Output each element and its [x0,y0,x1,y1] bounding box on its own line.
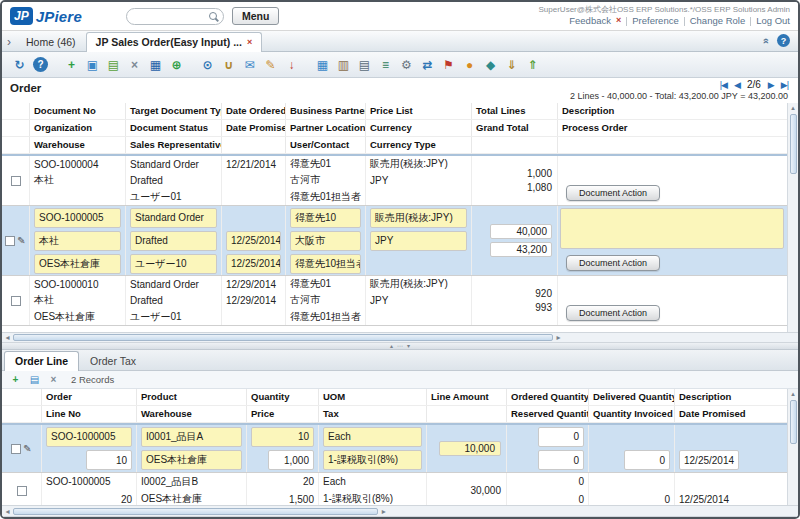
description-cell[interactable] [560,208,784,249]
new-record-icon[interactable]: + [62,55,81,74]
global-search[interactable] [126,8,224,25]
requery-icon[interactable]: ↻ [10,55,29,74]
save-create-icon[interactable]: ⊕ [167,55,186,74]
horizontal-scrollbar-thumb[interactable] [13,508,378,515]
active-workflows-icon[interactable]: ⚑ [439,55,458,74]
feedback-close-icon[interactable]: × [616,15,621,27]
help-icon[interactable]: ? [33,57,48,72]
scroll-right-icon[interactable]: ▸ [379,507,388,516]
cell-value[interactable]: 得意先10 [290,208,361,228]
order-record[interactable]: SOO-1000010本社OES本社倉庫Standard OrderDrafte… [2,276,787,326]
expand-sidebar-icon[interactable]: › [7,35,11,49]
tab-order-line[interactable]: Order Line [4,351,79,371]
find-icon[interactable]: ⊙ [198,55,217,74]
scroll-left-icon[interactable]: ◂ [3,507,12,516]
link-feedback[interactable]: Feedback [569,15,611,27]
first-record-icon[interactable]: |◀ [720,80,727,90]
vertical-scrollbar-thumb[interactable] [790,400,797,444]
cell-value[interactable]: JPY [370,231,467,251]
cell-value[interactable]: Each [323,427,422,447]
print-icon[interactable]: ▤ [355,55,374,74]
scroll-left-icon[interactable]: ◂ [3,333,12,342]
zoom-across-icon[interactable]: ⇄ [418,55,437,74]
delete-line-icon[interactable]: × [46,372,61,387]
cell-value[interactable]: 10 [251,427,314,447]
cell-value[interactable]: SOO-1000005 [34,208,121,228]
panel-splitter[interactable]: ▴ ⋯ ▾ [2,343,798,350]
window-help-icon[interactable]: ? [777,34,790,47]
cell-value[interactable]: 1-課税取引(8%) [323,450,422,470]
cell-value[interactable]: OES本社倉庫 [141,450,242,470]
detail-record-icon[interactable]: ↓ [282,55,301,74]
cell-value[interactable]: Drafted [130,231,217,251]
workflow-icon[interactable]: ⚙ [397,55,416,74]
splitter-collapse-up-icon[interactable]: ▴ [390,343,393,349]
export-icon[interactable]: ⇓ [502,55,521,74]
cell-value[interactable]: 得意先10担当者 [290,254,361,274]
cell-value[interactable]: OES本社倉庫 [34,254,121,274]
row-selector[interactable]: ✎ [2,206,30,275]
search-input[interactable] [133,11,209,22]
row-selector[interactable] [2,473,42,505]
cell-value[interactable]: 販売用(税抜:JPY) [370,208,467,228]
document-action-button[interactable]: Document Action [566,185,660,201]
last-record-icon[interactable]: ▶| [781,80,788,90]
order-record[interactable]: ✎SOO-1000005本社OES本社倉庫Standard OrderDraft… [2,206,787,276]
next-record-icon[interactable]: ▶ [768,80,774,90]
memo-icon[interactable]: ✎ [261,55,280,74]
tab-close-icon[interactable]: × [247,37,252,47]
collapse-all-icon[interactable]: » [759,37,771,43]
tab-jp-sales-order[interactable]: JP Sales Order(Easy Input) ...× [86,32,263,52]
row-checkbox[interactable] [11,176,21,186]
cell-value[interactable]: Standard Order [130,208,217,228]
order-line-record[interactable]: SOO-100000520I0002_品目BOES本社倉庫201,500Each… [2,473,787,505]
splitter-collapse-down-icon[interactable]: ▾ [407,343,410,349]
new-line-icon[interactable]: + [8,372,23,387]
cell-value[interactable]: 12/25/2014 [226,231,281,251]
requests-icon[interactable]: ● [460,55,479,74]
scroll-right-icon[interactable]: ▸ [554,333,563,342]
product-info-icon[interactable]: ◆ [481,55,500,74]
template-icon[interactable]: ▤ [104,55,123,74]
horizontal-scrollbar-thumb[interactable] [13,334,553,341]
attachment-icon[interactable]: ∪ [219,55,238,74]
cell-value[interactable]: 本社 [34,231,121,251]
link-preference[interactable]: Preference [632,15,678,27]
row-checkbox[interactable] [5,236,15,246]
edit-line-icon[interactable]: ▤ [27,372,42,387]
copy-record-icon[interactable]: ▣ [83,55,102,74]
import-file-icon[interactable]: ⇑ [523,55,542,74]
cell-value[interactable]: SOO-1000005 [46,427,132,447]
order-record[interactable]: SOO-1000004本社Standard OrderDraftedユーザー01… [2,156,787,206]
row-selector[interactable] [2,156,30,205]
scroll-up-icon[interactable]: ▴ [791,389,795,399]
link-log-out[interactable]: Log Out [756,15,790,27]
splitter-grip-icon[interactable]: ⋯ [397,343,403,349]
link-change-role[interactable]: Change Role [690,15,745,27]
row-checkbox[interactable] [11,296,21,306]
report-icon[interactable]: ≡ [376,55,395,74]
vertical-scrollbar-thumb[interactable] [790,114,797,174]
line-amount-value[interactable]: 10,000 [439,441,501,456]
delete-record-icon[interactable]: × [125,55,144,74]
cell-value[interactable]: I0001_品目A [141,427,242,447]
grid-toggle-icon[interactable]: ▦ [313,55,332,74]
search-icon[interactable] [209,12,217,20]
previous-record-icon[interactable]: ◀ [734,80,740,90]
tab-order-tax[interactable]: Order Tax [79,351,147,370]
menu-button[interactable]: Menu [232,7,279,25]
tab-home[interactable]: Home (46) [16,32,86,51]
document-action-button[interactable]: Document Action [566,255,660,271]
row-selector[interactable]: ✎ [2,425,42,472]
cell-value[interactable]: ユーザー10 [130,254,217,274]
cell-value[interactable]: 大阪市 [290,231,361,251]
cell-value[interactable]: 12/25/2014 [226,254,281,274]
row-checkbox[interactable] [17,486,27,496]
archive-icon[interactable]: ▥ [334,55,353,74]
save-record-icon[interactable]: ▦ [146,55,165,74]
row-selector[interactable] [2,276,30,325]
row-checkbox[interactable] [11,444,21,454]
order-line-record[interactable]: ✎SOO-100000510I0001_品目AOES本社倉庫101,000Eac… [2,425,787,473]
document-action-button[interactable]: Document Action [566,305,660,321]
scroll-up-icon[interactable]: ▴ [791,103,795,113]
